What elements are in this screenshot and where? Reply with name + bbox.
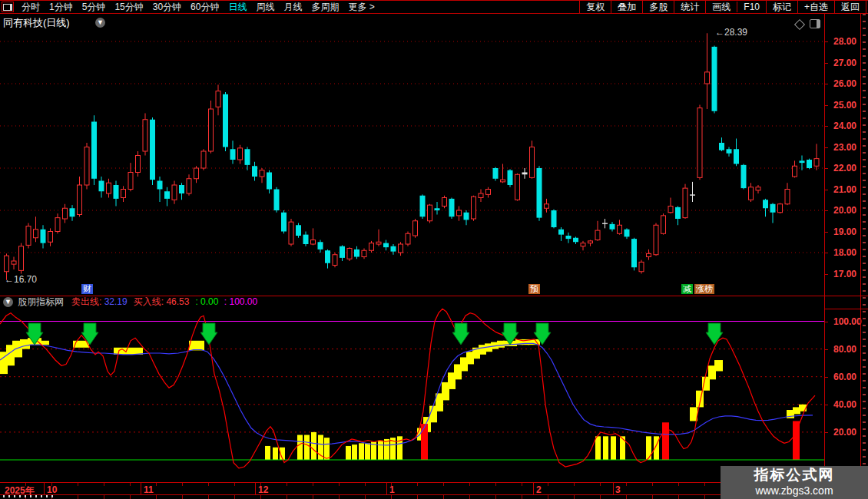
right-scale-strip[interactable] — [860, 14, 868, 482]
indicator-name: 股朋指标网 — [18, 296, 64, 309]
toolbtn-标记[interactable]: 标记 — [766, 1, 797, 14]
indicator-label-100.00: 100.00 — [833, 316, 862, 327]
indicator-header: ▼ 股朋指标网 卖出线: 32.19 买入线: 46.53 : 0.00 : 1… — [0, 296, 824, 307]
watermark-site-name: 指标公式网 — [721, 466, 868, 484]
month-separator — [141, 483, 141, 495]
buy-line-label: 买入线: — [134, 296, 164, 309]
menu-15分钟[interactable]: 15分钟 — [110, 1, 147, 14]
price-label-17.00: 17.00 — [833, 269, 856, 279]
menu-多周期[interactable]: 多周期 — [306, 1, 343, 14]
toolbtn-F10[interactable]: F10 — [737, 2, 766, 12]
main-chart-pane[interactable]: 同有科技(日线) ▼ ←28.39 ←16.70 财预减涨榜 — [0, 14, 824, 296]
watermark-url: www.zbgs3.com — [721, 484, 868, 497]
hundred-const-value: : 100.00 — [224, 296, 257, 307]
menu-60分钟[interactable]: 60分钟 — [186, 1, 224, 14]
menu-日线[interactable]: 日线 — [224, 1, 251, 14]
toolbtn-返回[interactable]: 返回 — [834, 1, 866, 14]
price-axis: 28.0027.0026.0025.0024.0023.0022.0021.00… — [824, 14, 860, 482]
indicator-canvas[interactable] — [0, 307, 824, 482]
sell-line-value: 32.19 — [104, 296, 128, 307]
axis-divider — [824, 14, 825, 499]
collapse-indicator-icon[interactable]: ▼ — [3, 297, 13, 307]
high-price-annotation: ←28.39 — [715, 27, 747, 38]
price-label-27.00: 27.00 — [833, 58, 856, 68]
menu-5分钟[interactable]: 5分钟 — [78, 1, 111, 14]
indicator-label-80.00: 80.00 — [833, 344, 856, 355]
chevron-down-icon[interactable]: ▼ — [95, 18, 105, 28]
month-separator — [255, 483, 256, 495]
period-menu: 分时1分钟5分钟15分钟30分钟60分钟日线周线月线多周期更多 > — [0, 1, 379, 14]
menu-周线[interactable]: 周线 — [251, 1, 279, 14]
menu-月线[interactable]: 月线 — [279, 1, 306, 14]
zero-const-value: : 0.00 — [195, 296, 218, 307]
menu-更多 >[interactable]: 更多 > — [343, 1, 379, 14]
menu-1分钟[interactable]: 1分钟 — [45, 1, 78, 14]
price-label-18.00: 18.00 — [833, 247, 856, 258]
sell-arrow-icon — [706, 323, 723, 345]
price-label-24.00: 24.00 — [833, 121, 856, 131]
toolbar: 分时1分钟5分钟15分钟30分钟60分钟日线周线月线多周期更多 > 复权叠加多股… — [0, 0, 868, 14]
menu-30分钟[interactable]: 30分钟 — [148, 1, 186, 14]
buy-line-value: 46.53 — [166, 296, 189, 307]
month-separator — [44, 483, 45, 495]
price-label-28.00: 28.00 — [833, 36, 856, 47]
window-layout-icon[interactable] — [2, 2, 14, 12]
indicator-label-20.00: 20.00 — [833, 427, 856, 438]
axis-section-divider — [824, 309, 868, 309]
toolbtn-复权[interactable]: 复权 — [579, 1, 611, 14]
price-label-20.00: 20.00 — [833, 205, 856, 216]
price-label-21.00: 21.00 — [833, 184, 856, 195]
toolbtn-画线[interactable]: 画线 — [705, 1, 737, 14]
tools-menu: 复权叠加多股统计画线F10标记+自选返回 — [579, 1, 866, 13]
trading-app-window: 分时1分钟5分钟15分钟30分钟60分钟日线周线月线多周期更多 > 复权叠加多股… — [0, 0, 868, 499]
price-label-22.00: 22.00 — [833, 163, 856, 173]
toolbtn-统计[interactable]: 统计 — [674, 1, 705, 14]
panel-split-icon[interactable] — [810, 19, 820, 28]
price-label-19.00: 19.00 — [833, 226, 856, 237]
month-label-1: 1 — [389, 484, 395, 495]
indicator-label-40.00: 40.00 — [833, 399, 856, 410]
month-separator — [613, 483, 614, 495]
toolbtn-多股[interactable]: 多股 — [642, 1, 674, 14]
month-label-12: 12 — [258, 484, 268, 495]
watermark: 指标公式网 www.zbgs3.com — [721, 466, 868, 499]
sell-arrow-icon — [452, 323, 469, 345]
indicator-label-60.00: 60.00 — [833, 372, 856, 382]
month-label-3: 3 — [615, 484, 621, 495]
candlestick-canvas[interactable] — [0, 14, 824, 296]
toolbtn-叠加[interactable]: 叠加 — [611, 1, 642, 14]
toolbtn-+自选[interactable]: +自选 — [797, 1, 834, 14]
month-label-2: 2 — [536, 484, 542, 495]
event-badge-预[interactable]: 预 — [528, 284, 540, 294]
event-badge-涨榜[interactable]: 涨榜 — [694, 284, 714, 294]
price-label-26.00: 26.00 — [833, 78, 856, 89]
price-label-25.00: 25.00 — [833, 100, 856, 111]
low-price-annotation: ←16.70 — [5, 274, 37, 285]
menu-分时[interactable]: 分时 — [17, 1, 45, 14]
month-label-10: 10 — [47, 484, 57, 495]
month-label-11: 11 — [144, 484, 154, 495]
event-badge-减[interactable]: 减 — [681, 284, 693, 294]
month-separator — [386, 483, 387, 495]
stock-title[interactable]: 同有科技(日线) — [3, 16, 70, 30]
price-label-23.00: 23.00 — [833, 142, 856, 153]
month-separator — [533, 483, 534, 495]
sell-line-label: 卖出线: — [71, 296, 101, 309]
event-badge-财[interactable]: 财 — [81, 284, 93, 294]
